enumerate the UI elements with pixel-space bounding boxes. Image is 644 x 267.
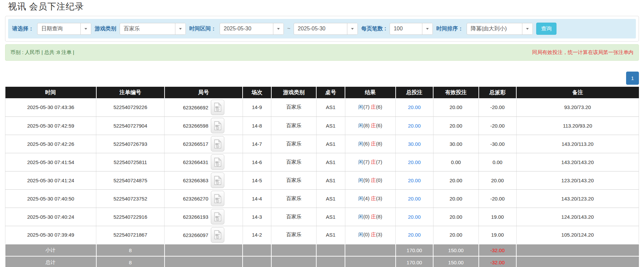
player-result-label: 闲 — [358, 214, 363, 219]
total-bet-link[interactable]: 20.00 — [408, 232, 421, 238]
video-file-icon — [214, 230, 221, 239]
subtotal-row: 小计8170.00150.00-32.00 — [5, 244, 639, 256]
pagination: 1 — [5, 72, 639, 85]
player-result-label: 闲 — [358, 159, 363, 165]
total-bet-link[interactable]: 20.00 — [408, 178, 421, 183]
player-result-score: (4) — [363, 195, 369, 201]
total-bet-link[interactable]: 20.00 — [408, 159, 421, 165]
cell-remark: 143.20/113.20 — [516, 135, 639, 153]
cell-valid-bet: 20.00 — [433, 226, 478, 244]
cell-bet-id: 522540723752 — [96, 189, 165, 208]
cell-valid-bet: 0.00 — [433, 153, 478, 171]
video-replay-button[interactable] — [211, 118, 224, 133]
video-file-icon — [214, 121, 221, 130]
banker-result-label: 庄 — [371, 195, 376, 201]
query-type-select[interactable]: 日期查询 — [37, 23, 91, 35]
column-header-8: 有效投注 — [433, 87, 478, 98]
cell-time: 2025-05-30 07:43:36 — [5, 98, 96, 116]
total-bet-link[interactable]: 20.00 — [408, 214, 421, 220]
cell-session: 14-6 — [243, 153, 271, 171]
cell-game-category: 百家乐 — [271, 153, 317, 171]
chevron-down-icon[interactable] — [273, 23, 283, 34]
chevron-down-icon[interactable] — [80, 23, 91, 34]
total-remark-empty — [516, 256, 639, 267]
video-replay-button[interactable] — [211, 191, 224, 206]
player-result-label: 闲 — [358, 232, 363, 237]
total-bet-link[interactable]: 20.00 — [408, 196, 421, 202]
banker-result-score: (0) — [376, 177, 382, 183]
cell-time: 2025-05-30 07:41:24 — [5, 171, 96, 189]
round-id-text: 623266598 — [183, 123, 208, 129]
time-range-label: 时间区间： — [189, 25, 216, 32]
cell-round-id: 623266431 — [165, 153, 243, 171]
cell-session: 14-2 — [243, 226, 271, 244]
cell-round-id: 623266097 — [165, 226, 243, 244]
time-sort-select[interactable]: 降冪(由大到小) — [467, 23, 533, 35]
column-header-0: 时间 — [5, 87, 96, 98]
cell-bet-id: 522540726793 — [96, 135, 165, 153]
cell-result: 闲(0) 庄(3) — [345, 226, 395, 244]
date-to-input[interactable]: 2025-05-30 — [294, 23, 358, 35]
chevron-down-icon[interactable] — [175, 23, 185, 34]
player-result-score: (0) — [363, 214, 369, 219]
valid-bet-notice-text: 同局有效投注，统一计算在该局第一张注单内 — [532, 49, 634, 56]
round-id-text: 623266517 — [183, 141, 208, 147]
cell-remark: 124.20/143.20 — [516, 208, 639, 226]
table-row: 2025-05-30 07:40:50522540723752623266270… — [5, 189, 639, 208]
video-replay-button[interactable] — [211, 209, 224, 224]
table-row: 2025-05-30 07:43:36522540729226623266692… — [5, 98, 639, 116]
total-row: 总计8170.00150.00-32.00 — [5, 256, 639, 267]
game-category-label: 游戏类别 — [95, 25, 116, 32]
video-replay-button[interactable] — [211, 100, 224, 115]
chevron-down-icon[interactable] — [347, 23, 357, 34]
cell-game-category: 百家乐 — [271, 171, 317, 189]
cell-round-id: 623266517 — [165, 135, 243, 153]
video-replay-button[interactable] — [211, 172, 224, 188]
total-bet-link[interactable]: 20.00 — [408, 123, 421, 129]
date-from-value: 2025-05-30 — [220, 23, 273, 34]
cell-payout: 0.00 — [479, 153, 517, 171]
cell-total-bet: 20.00 — [396, 208, 434, 226]
cell-valid-bet: 20.00 — [433, 189, 478, 208]
total-bet-link[interactable]: 20.00 — [408, 104, 421, 110]
date-from-input[interactable]: 2025-05-30 — [220, 23, 284, 35]
time-sort-value: 降冪(由大到小) — [467, 23, 522, 34]
player-result-label: 闲 — [358, 104, 363, 110]
cell-result: 闲(9) 庄(0) — [345, 171, 395, 189]
range-separator: ~ — [287, 26, 290, 32]
subtotal-payout: -32.00 — [479, 244, 517, 256]
video-replay-button[interactable] — [211, 136, 224, 152]
chevron-down-icon[interactable] — [422, 23, 432, 34]
cell-total-bet: 20.00 — [396, 171, 434, 189]
search-button[interactable]: 查询 — [536, 23, 556, 35]
video-replay-button[interactable] — [211, 227, 224, 243]
player-result-score: (0) — [363, 232, 369, 237]
round-id-text: 623266270 — [183, 196, 208, 202]
video-replay-button[interactable] — [211, 154, 224, 170]
chevron-down-icon[interactable] — [522, 23, 532, 34]
date-to-value: 2025-05-30 — [294, 23, 347, 34]
cell-valid-bet: 30.00 — [433, 135, 478, 153]
cell-session: 14-8 — [243, 116, 271, 135]
cell-table-no: AS1 — [316, 153, 345, 171]
cell-round-id: 623266363 — [165, 171, 243, 189]
cell-game-category: 百家乐 — [271, 208, 317, 226]
cell-table-no: AS1 — [316, 189, 345, 208]
player-result-label: 闲 — [358, 177, 363, 183]
cell-time: 2025-05-30 07:40:24 — [5, 208, 96, 226]
cell-remark: 143.20/143.20 — [516, 153, 639, 171]
game-category-select[interactable]: 百家乐 — [120, 23, 186, 35]
round-id-text: 623266692 — [183, 104, 208, 110]
cell-valid-bet: 20.00 — [433, 208, 478, 226]
cell-time: 2025-05-30 07:41:54 — [5, 153, 96, 171]
page-size-select[interactable]: 100 — [390, 23, 433, 35]
cell-session: 14-4 — [243, 189, 271, 208]
subtotal-valid-bet: 150.00 — [433, 244, 478, 256]
banker-result-score: (3) — [376, 232, 382, 237]
cell-result: 闲(8) 庄(6) — [345, 116, 395, 135]
total-bet-link[interactable]: 30.00 — [408, 141, 421, 147]
column-header-2: 局号 — [165, 87, 243, 98]
cell-time: 2025-05-30 07:40:50 — [5, 189, 96, 208]
page-number-button[interactable]: 1 — [626, 72, 639, 85]
video-file-icon — [214, 212, 221, 221]
